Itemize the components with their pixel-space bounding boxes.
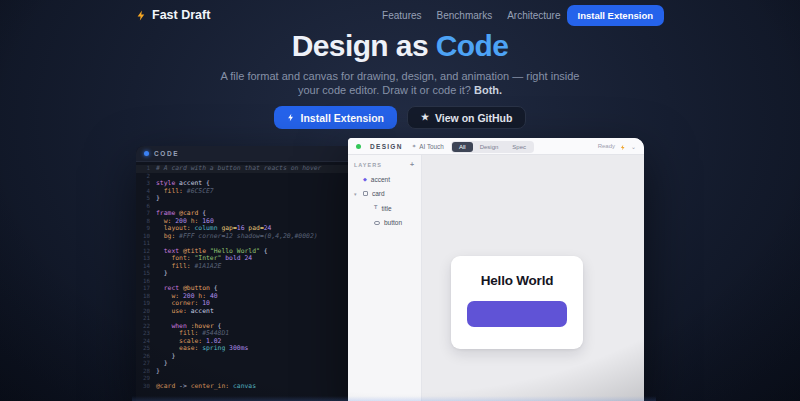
install-extension-button[interactable]: Install Extension [274, 106, 397, 129]
page-title: Design as Code [136, 29, 664, 63]
code-line: 20 use: accent [136, 308, 348, 316]
line-number: 2 [136, 173, 156, 181]
caret-icon[interactable]: ▾ [354, 191, 359, 197]
code-line-content: bg: #FFF corner=12 shadow=(0,4,20,#0002) [156, 233, 318, 241]
line-number: 15 [136, 270, 156, 278]
view-mode-segmented-control: AllDesignSpec [451, 141, 534, 153]
brand-name: Fast Draft [152, 8, 210, 22]
bottom-glow [132, 396, 656, 401]
layer-item-accent[interactable]: ◆accent [354, 176, 415, 183]
frame-icon [363, 191, 368, 196]
diamond-icon: ◆ [363, 177, 367, 182]
landing-page: Fast Draft FeaturesBenchmarksArchitectur… [136, 0, 664, 401]
code-line-content: fill: #6C5CE7 [156, 188, 214, 196]
line-number: 19 [136, 300, 156, 308]
segment-spec[interactable]: Spec [505, 142, 533, 152]
layer-label: button [384, 219, 402, 226]
layers-title: LAYERS [354, 162, 382, 168]
line-number: 8 [136, 218, 156, 226]
line-number: 24 [136, 338, 156, 346]
star-icon: ★ [421, 113, 429, 122]
subtitle-line2: your code editor. Draw it or code it? Bo… [136, 84, 664, 98]
design-canvas[interactable]: Hello World [422, 155, 644, 401]
subtitle-emphasis: Both. [474, 84, 502, 96]
design-panel-label: DESIGN [370, 143, 403, 150]
line-number: 17 [136, 285, 156, 293]
layer-label: title [381, 205, 391, 212]
hero-cta-row: Install Extension ★ View on GitHub [136, 106, 664, 129]
line-number: 9 [136, 225, 156, 233]
brand: Fast Draft [136, 8, 210, 22]
design-panel-header: DESIGN ✦AI Touch✦Renamify AllDesignSpec … [348, 138, 644, 155]
line-number: 5 [136, 195, 156, 203]
layer-item-card[interactable]: ▾card [354, 190, 415, 197]
design-panel: DESIGN ✦AI Touch✦Renamify AllDesignSpec … [348, 138, 644, 401]
title-accent: Code [436, 29, 509, 62]
sparkle-icon: ✦ [412, 143, 417, 149]
line-number: 6 [136, 203, 156, 211]
nav-link-architecture[interactable]: Architecture [507, 10, 560, 21]
line-number: 25 [136, 345, 156, 353]
layer-label: card [372, 190, 385, 197]
code-line-content: @card -> center_in: canvas [156, 383, 256, 391]
line-number: 3 [136, 180, 156, 188]
line-number: 22 [136, 323, 156, 331]
code-line: 15 } [136, 270, 348, 278]
code-line: 10 bg: #FFF corner=12 shadow=(0,4,20,#00… [136, 233, 348, 241]
code-line: 27 } [136, 360, 348, 368]
text-icon: T [374, 205, 377, 211]
lightning-logo-icon [136, 10, 147, 21]
line-number: 26 [136, 353, 156, 361]
title-normal: Design as [292, 29, 436, 62]
nav-link-features[interactable]: Features [382, 10, 421, 21]
hero-section: Design as Code A file format and canvas … [136, 29, 664, 129]
code-panel-label: CODE [154, 150, 179, 157]
view-on-github-button[interactable]: ★ View on GitHub [407, 106, 526, 129]
line-number: 14 [136, 263, 156, 271]
line-number: 30 [136, 383, 156, 391]
code-line: 28} [136, 368, 348, 376]
line-number: 11 [136, 240, 156, 248]
design-body: LAYERS + ◆accent▾cardTtitlebutton Hello … [348, 155, 644, 401]
rect-icon [374, 221, 380, 225]
line-number: 28 [136, 368, 156, 376]
line-number: 4 [136, 188, 156, 196]
line-number: 16 [136, 278, 156, 286]
code-line-content: use: accent [156, 308, 214, 316]
code-line: 5} [136, 195, 348, 203]
line-number: 21 [136, 315, 156, 323]
line-number: 23 [136, 330, 156, 338]
line-number: 18 [136, 293, 156, 301]
canvas-card[interactable]: Hello World [451, 256, 583, 349]
nav-link-benchmarks[interactable]: Benchmarks [437, 10, 493, 21]
code-panel-header: CODE [136, 146, 348, 162]
segment-all[interactable]: All [452, 142, 473, 152]
add-layer-button[interactable]: + [410, 161, 415, 168]
canvas-card-title: Hello World [451, 273, 583, 288]
code-editor-body[interactable]: 1# A card with a button that reacts on h… [136, 162, 348, 390]
line-number: 7 [136, 210, 156, 218]
layer-item-button[interactable]: button [365, 219, 415, 226]
code-status-dot [144, 151, 149, 156]
layer-item-title[interactable]: Ttitle [365, 205, 415, 212]
canvas-card-button[interactable] [467, 301, 567, 327]
segment-design[interactable]: Design [473, 142, 506, 152]
perf-lightning-icon [620, 138, 626, 155]
line-number: 13 [136, 255, 156, 263]
tool-ai-touch[interactable]: ✦AI Touch [412, 143, 444, 150]
code-line-content: # A card with a button that reacts on ho… [156, 165, 321, 173]
layers-header: LAYERS + [354, 161, 415, 168]
code-editor-panel: CODE 1# A card with a button that reacts… [136, 146, 348, 401]
line-number: 29 [136, 375, 156, 383]
code-line: 1# A card with a button that reacts on h… [136, 165, 348, 173]
chevron-down-icon[interactable]: ⌄ [631, 143, 636, 150]
code-line: 4 fill: #6C5CE7 [136, 188, 348, 196]
line-number: 20 [136, 308, 156, 316]
layers-list: ◆accent▾cardTtitlebutton [354, 176, 415, 227]
layer-label: accent [371, 176, 390, 183]
nav-links: FeaturesBenchmarksArchitecture [382, 10, 560, 21]
lightning-icon [287, 112, 295, 124]
line-number: 10 [136, 233, 156, 241]
nav-install-extension-button[interactable]: Install Extension [567, 5, 665, 26]
top-navbar: Fast Draft FeaturesBenchmarksArchitectur… [136, 6, 664, 24]
